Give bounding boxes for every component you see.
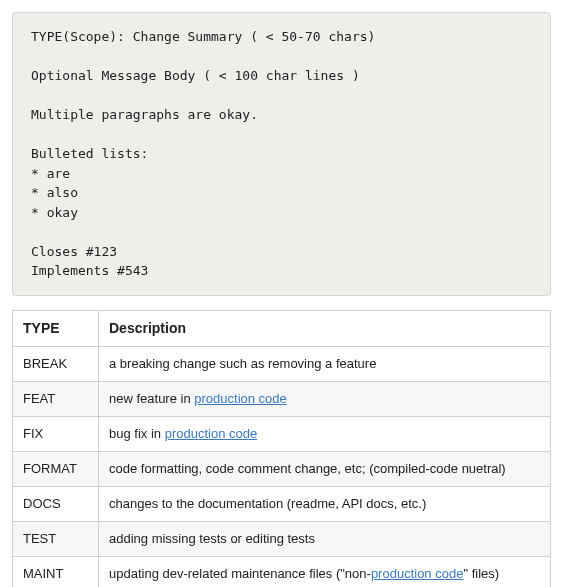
table-header-row: TYPE Description <box>13 310 551 346</box>
code-line: Closes #123 <box>31 244 117 259</box>
type-cell: MAINT <box>13 556 99 587</box>
header-description: Description <box>99 310 551 346</box>
production-code-link[interactable]: production code <box>165 426 258 441</box>
code-line: * also <box>31 185 78 200</box>
production-code-link[interactable]: production code <box>194 391 287 406</box>
code-line: Bulleted lists: <box>31 146 148 161</box>
type-cell: TEST <box>13 521 99 556</box>
table-row: BREAK a breaking change such as removing… <box>13 346 551 381</box>
desc-cell: updating dev-related maintenance files (… <box>99 556 551 587</box>
code-line: TYPE(Scope): Change Summary ( < 50-70 ch… <box>31 29 375 44</box>
type-cell: FORMAT <box>13 451 99 486</box>
table-row: TEST adding missing tests or editing tes… <box>13 521 551 556</box>
desc-text: updating dev-related maintenance files (… <box>109 566 371 581</box>
type-cell: FIX <box>13 416 99 451</box>
desc-cell: changes to the documentation (readme, AP… <box>99 486 551 521</box>
code-line: Multiple paragraphs are okay. <box>31 107 258 122</box>
desc-cell: bug fix in production code <box>99 416 551 451</box>
desc-text: new feature in <box>109 391 194 406</box>
desc-cell: new feature in production code <box>99 381 551 416</box>
desc-cell: code formatting, code comment change, et… <box>99 451 551 486</box>
commit-format-code-block: TYPE(Scope): Change Summary ( < 50-70 ch… <box>12 12 551 296</box>
table-row: MAINT updating dev-related maintenance f… <box>13 556 551 587</box>
type-table: TYPE Description BREAK a breaking change… <box>12 310 551 588</box>
type-cell: BREAK <box>13 346 99 381</box>
desc-text: bug fix in <box>109 426 165 441</box>
code-line: * are <box>31 166 70 181</box>
desc-text: " files) <box>463 566 499 581</box>
header-type: TYPE <box>13 310 99 346</box>
table-row: DOCS changes to the documentation (readm… <box>13 486 551 521</box>
production-code-link[interactable]: production code <box>371 566 464 581</box>
type-cell: FEAT <box>13 381 99 416</box>
code-line: Optional Message Body ( < 100 char lines… <box>31 68 360 83</box>
table-row: FEAT new feature in production code <box>13 381 551 416</box>
desc-cell: adding missing tests or editing tests <box>99 521 551 556</box>
type-cell: DOCS <box>13 486 99 521</box>
code-line: Implements #543 <box>31 263 148 278</box>
table-row: FIX bug fix in production code <box>13 416 551 451</box>
table-row: FORMAT code formatting, code comment cha… <box>13 451 551 486</box>
code-line: * okay <box>31 205 78 220</box>
desc-cell: a breaking change such as removing a fea… <box>99 346 551 381</box>
